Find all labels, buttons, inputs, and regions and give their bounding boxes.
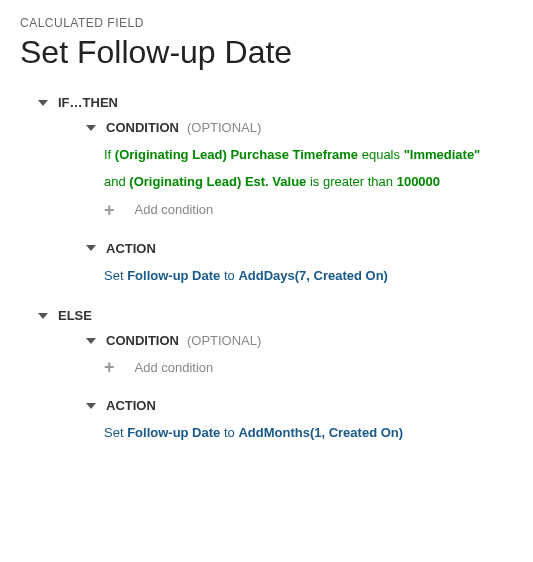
- plus-icon: +: [104, 201, 115, 219]
- else-condition-block: CONDITION (OPTIONAL) + Add condition: [86, 333, 513, 376]
- ifthen-condition-block: CONDITION (OPTIONAL) If (Originating Lea…: [86, 120, 513, 219]
- section-else: ELSE CONDITION (OPTIONAL) + Add conditio…: [38, 308, 513, 444]
- action-function: AddDays(7, Created On): [238, 268, 388, 283]
- condition-field: (Originating Lead) Est. Value: [129, 174, 306, 189]
- chevron-down-icon[interactable]: [86, 338, 96, 344]
- else-label: ELSE: [58, 308, 92, 323]
- action-keyword: to: [224, 425, 235, 440]
- condition-operator: equals: [362, 147, 400, 162]
- action-function: AddMonths(1, Created On): [238, 425, 403, 440]
- chevron-down-icon[interactable]: [86, 403, 96, 409]
- add-condition-label: Add condition: [135, 202, 214, 217]
- condition-operator: is greater than: [310, 174, 393, 189]
- add-condition-button[interactable]: + Add condition: [104, 358, 513, 376]
- action-field: Follow-up Date: [127, 425, 220, 440]
- else-action-block: ACTION Set Follow-up Date to AddMonths(1…: [86, 398, 513, 444]
- chevron-down-icon[interactable]: [38, 100, 48, 106]
- chevron-down-icon[interactable]: [86, 245, 96, 251]
- breadcrumb: CALCULATED FIELD: [20, 16, 513, 30]
- condition-row[interactable]: If (Originating Lead) Purchase Timeframe…: [104, 145, 513, 166]
- condition-field: (Originating Lead) Purchase Timeframe: [115, 147, 358, 162]
- action-label: ACTION: [106, 241, 156, 256]
- action-row[interactable]: Set Follow-up Date to AddMonths(1, Creat…: [104, 423, 513, 444]
- action-label: ACTION: [106, 398, 156, 413]
- action-keyword: Set: [104, 268, 124, 283]
- chevron-down-icon[interactable]: [86, 125, 96, 131]
- action-field: Follow-up Date: [127, 268, 220, 283]
- condition-value: "Immediate": [404, 147, 481, 162]
- optional-label: (OPTIONAL): [187, 120, 261, 135]
- section-ifthen: IF…THEN CONDITION (OPTIONAL) If (Origina…: [38, 95, 513, 286]
- chevron-down-icon[interactable]: [38, 313, 48, 319]
- ifthen-label: IF…THEN: [58, 95, 118, 110]
- page-title: Set Follow-up Date: [20, 34, 513, 71]
- condition-value: 100000: [397, 174, 440, 189]
- optional-label: (OPTIONAL): [187, 333, 261, 348]
- action-keyword: to: [224, 268, 235, 283]
- action-row[interactable]: Set Follow-up Date to AddDays(7, Created…: [104, 266, 513, 287]
- condition-keyword: and: [104, 174, 126, 189]
- condition-label: CONDITION: [106, 333, 179, 348]
- add-condition-button[interactable]: + Add condition: [104, 201, 513, 219]
- condition-label: CONDITION: [106, 120, 179, 135]
- condition-keyword: If: [104, 147, 111, 162]
- add-condition-label: Add condition: [135, 360, 214, 375]
- plus-icon: +: [104, 358, 115, 376]
- ifthen-action-block: ACTION Set Follow-up Date to AddDays(7, …: [86, 241, 513, 287]
- condition-row[interactable]: and (Originating Lead) Est. Value is gre…: [104, 172, 513, 193]
- action-keyword: Set: [104, 425, 124, 440]
